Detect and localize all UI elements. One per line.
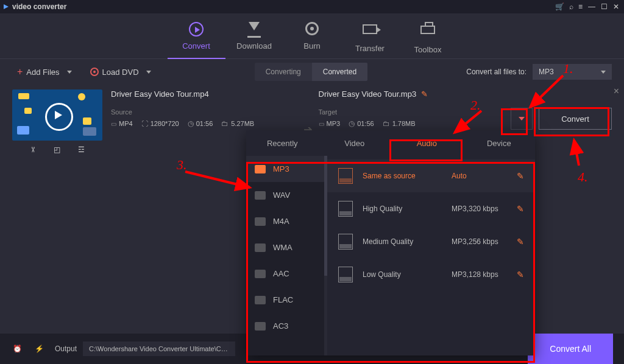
quality-low[interactable]: Low Quality MP3,128 kbps [327, 258, 535, 291]
format-popup: Recently Video Audio Device MP3 WAV M4A … [246, 130, 535, 355]
convert-all-button[interactable]: Convert All [528, 334, 613, 364]
quality-high[interactable]: High Quality MP3,320 kbps [327, 192, 535, 225]
output-path-field[interactable]: C:\Wondershare Video Converter Ultimate\… [83, 341, 235, 356]
download-icon [249, 22, 260, 30]
window-maximize[interactable]: ☐ [600, 2, 608, 11]
quality-name: Low Quality [363, 270, 442, 279]
quality-list: Same as source Auto High Quality MP3,320… [327, 156, 535, 355]
quality-bitrate: MP3,128 kbps [452, 270, 507, 279]
nav-toolbox-label: Toolbox [414, 45, 442, 54]
format-ac3[interactable]: AC3 [246, 313, 327, 339]
format-aac[interactable]: AAC [246, 261, 327, 287]
clock-icon [188, 119, 194, 128]
add-files-button[interactable]: + Add Files [12, 64, 77, 80]
menu-icon[interactable]: ≡ [578, 2, 583, 11]
quality-name: High Quality [363, 205, 442, 213]
convert-all-format-select[interactable]: MP3 [533, 64, 612, 80]
edit-icon[interactable] [517, 237, 524, 247]
scrollbar-thumb[interactable] [324, 156, 327, 276]
source-size: 5.27MB [231, 120, 254, 127]
tab-converting[interactable]: Converting [255, 63, 312, 81]
status-tabs: Converting Converted [255, 63, 367, 81]
source-filename: Driver Easy Video Tour.mp4 [111, 89, 297, 99]
quality-bitrate: Auto [452, 172, 507, 180]
popup-tabs: Recently Video Audio Device [246, 130, 535, 156]
chevron-down-icon [146, 71, 151, 74]
quality-medium[interactable]: Medium Quality MP3,256 kbps [327, 225, 535, 258]
format-flac[interactable]: FLAC [246, 287, 327, 313]
popup-tab-audio[interactable]: Audio [391, 130, 463, 156]
quality-icon [338, 168, 353, 184]
target-size: 1.78MB [392, 120, 416, 127]
edit-icon[interactable] [517, 171, 524, 181]
format-wav[interactable]: WAV [246, 182, 327, 208]
quality-icon [338, 201, 353, 217]
cart-icon[interactable]: 🛒 [555, 2, 564, 11]
quality-icon [338, 267, 353, 282]
music-icon [255, 296, 266, 304]
format-label: FLAC [273, 295, 293, 304]
nav-download-label: Download [236, 41, 272, 51]
convert-button[interactable]: Convert [539, 108, 612, 130]
target-filename: Driver Easy Video Tour.mp3 [319, 89, 417, 99]
app-logo: video converter [4, 2, 66, 11]
video-thumbnail[interactable] [12, 89, 102, 141]
format-label: MP3 [273, 164, 289, 173]
file-icon [111, 120, 116, 127]
file-icon [319, 120, 324, 127]
target-format-dropdown[interactable] [511, 108, 533, 130]
nav-convert[interactable]: Convert [168, 22, 225, 51]
window-close[interactable]: ✕ [612, 2, 620, 11]
nav-burn[interactable]: Burn [283, 22, 341, 51]
search-icon[interactable]: ⌕ [569, 2, 573, 11]
alarm-icon[interactable]: ⏰ [11, 343, 23, 355]
folder-icon [221, 119, 229, 128]
format-label: WMA [273, 243, 292, 252]
chevron-down-icon [601, 71, 606, 74]
music-icon [255, 243, 266, 252]
nav-download[interactable]: Download [225, 22, 283, 51]
nav-convert-label: Convert [182, 41, 210, 51]
crop-icon[interactable] [54, 145, 60, 154]
load-dvd-button[interactable]: Load DVD [85, 64, 156, 80]
window-minimize[interactable]: — [587, 2, 596, 11]
format-mp3[interactable]: MP3 [246, 156, 327, 182]
nav-transfer-label: Transfer [355, 44, 385, 53]
folder-icon [383, 119, 390, 128]
convert-icon [189, 22, 204, 37]
transfer-icon [363, 24, 377, 34]
source-duration: 01:56 [196, 120, 213, 127]
tab-converted[interactable]: Converted [312, 63, 367, 81]
trim-icon[interactable] [30, 145, 36, 154]
dimensions-icon [141, 120, 148, 127]
thumbnail-area [12, 89, 102, 154]
popup-tab-device[interactable]: Device [463, 130, 536, 156]
quality-bitrate: MP3,256 kbps [452, 237, 507, 246]
format-wma[interactable]: WMA [246, 234, 327, 261]
chevron-down-icon [67, 71, 72, 74]
quality-same-as-source[interactable]: Same as source Auto [327, 159, 535, 192]
music-icon [255, 191, 266, 200]
nav-transfer[interactable]: Transfer [341, 22, 399, 53]
content-area: × Driver Easy Video Tour.mp4 Source [0, 85, 624, 334]
nav-burn-label: Burn [303, 41, 320, 51]
gpu-accel-icon[interactable]: ⚡ [33, 343, 45, 355]
popup-tab-video[interactable]: Video [319, 130, 391, 156]
output-label: Output [55, 345, 77, 353]
clock-icon [349, 119, 355, 128]
format-m4a[interactable]: M4A [246, 208, 327, 234]
format-list[interactable]: MP3 WAV M4A WMA AAC FLAC AC3 [246, 156, 327, 355]
nav-toolbox[interactable]: Toolbox [399, 22, 457, 54]
target-duration: 01:56 [357, 120, 374, 127]
rename-icon[interactable] [421, 89, 428, 99]
effects-icon[interactable] [78, 145, 85, 154]
app-title: video converter [12, 2, 66, 11]
target-format: MP3 [327, 120, 341, 127]
add-files-label: Add Files [26, 68, 59, 77]
popup-tab-recently[interactable]: Recently [246, 130, 319, 156]
edit-icon[interactable] [517, 204, 524, 214]
source-format: MP4 [119, 120, 133, 127]
convert-all-value: MP3 [539, 68, 554, 76]
edit-icon[interactable] [517, 270, 524, 279]
burn-icon [305, 22, 319, 35]
